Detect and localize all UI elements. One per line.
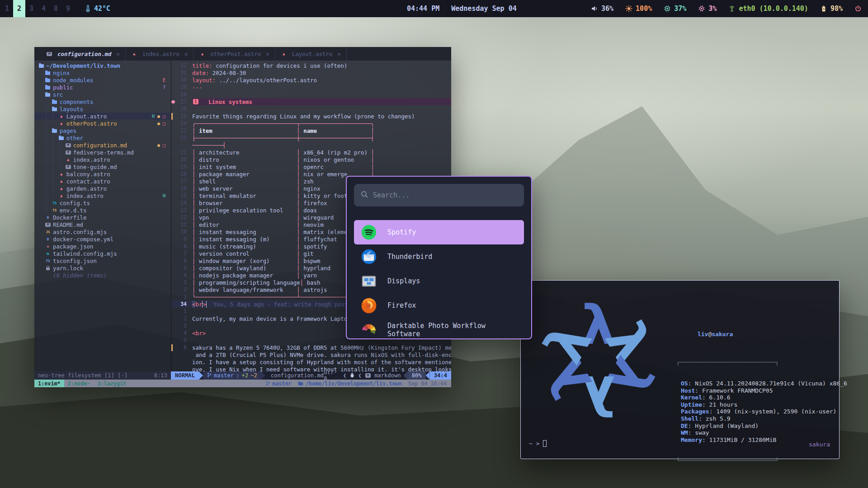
launcher-item-Firefox[interactable]: Firefox: [354, 293, 524, 318]
tab-close-icon[interactable]: ×: [337, 51, 340, 57]
tree-item-index.astro[interactable]: │ └ ▲index.astroH: [34, 192, 171, 199]
buffer-line[interactable]: 23│ item │ name │: [171, 127, 451, 134]
buffer-line[interactable]: 32title: configuration for devices i use…: [171, 62, 451, 69]
buffer-line[interactable]: 21│ architecture │ x86_64 (rip m2 pro) │: [171, 149, 451, 156]
heading-sign: [171, 100, 175, 103]
info-value: : sway: [688, 429, 709, 436]
buffer-line[interactable]: 29---: [171, 84, 451, 91]
launcher-item-Displays[interactable]: Displays: [354, 269, 524, 293]
buffer-line[interactable]: 24╭──────────────────────────────┬──────…: [171, 120, 451, 127]
search-input[interactable]: Search...: [354, 184, 524, 206]
tree-item-env.d.ts[interactable]: └ TSenv.d.ts: [34, 206, 171, 214]
buffer-line[interactable]: 20│ distro │ nixos or gentoo │: [171, 156, 451, 163]
buffer-line[interactable]: and a 2TB (Crucial P5 Plus) NVMe drive. …: [171, 351, 451, 358]
terminal-window[interactable]: λλλλλλ liv@sakura ┌─────────────────────…: [520, 280, 840, 459]
tree-item-docker-compose.yml[interactable]: Ddocker-compose.yml: [34, 235, 171, 243]
workspace-8[interactable]: 8: [50, 0, 62, 17]
buffer-line[interactable]: 28: [171, 91, 451, 98]
tree-item-tailwind.config.mjs[interactable]: ≈tailwind.config.mjs: [34, 250, 171, 257]
buffer-line[interactable]: 271 Linux systems: [171, 98, 451, 105]
tree-item-(6 hidden items)[interactable]: (6 hidden items): [34, 272, 171, 279]
buffer-line[interactable]: 30layout: ../../layouts/otherPost.astro: [171, 76, 451, 84]
tree-item-otherPost.astro[interactable]: │ └ ▲otherPost.astro●□: [34, 120, 171, 127]
buffer-line-text: ove. I use Nix when I need software with…: [192, 366, 451, 372]
diagnostic-badge: ?: [163, 85, 165, 90]
shell-prompt[interactable]: ~ >: [529, 440, 547, 447]
buffer-line[interactable]: 6sakura has a Ryzen 5 7640U, 32GB of DDR…: [171, 344, 451, 351]
tree-item-balcony.astro[interactable]: │ │ ▲balcony.astro: [34, 170, 171, 178]
gutter-sign: [171, 163, 175, 170]
tree-item-package.json[interactable]: npackage.json: [34, 243, 171, 250]
tree-item-node_modules[interactable]: node_modulesE: [34, 76, 171, 84]
info-value: : Framework FRANMDCP05: [695, 387, 773, 394]
workspace-4[interactable]: 4: [38, 0, 50, 17]
powerline-separator: [404, 371, 408, 380]
bar-module-brightness[interactable]: 100%: [625, 5, 652, 13]
tab-Layout.astro[interactable]: ▲Layout.astro×: [275, 47, 347, 61]
tree-item-config.ts[interactable]: │ TSconfig.ts: [34, 199, 171, 206]
buffer-line[interactable]: 22├──────────────────────────────┼──────…: [171, 134, 451, 141]
buffer-line[interactable]: ion. I have a setup consisting of Hyprla…: [171, 358, 451, 366]
tab-close-icon[interactable]: ×: [266, 51, 269, 57]
tree-item-layouts[interactable]: │ layouts: [34, 105, 171, 113]
tab-otherPost.astro[interactable]: ▲otherPost.astro×: [193, 47, 275, 61]
bar-module-volume[interactable]: 36%: [591, 5, 613, 13]
buffer-line[interactable]: 31date: 2024-08-30: [171, 69, 451, 76]
tree-item-index.astro[interactable]: │ │ │ ▲index.astro: [34, 156, 171, 163]
tree-item-Dockerfile[interactable]: DDockerfile: [34, 214, 171, 221]
tmux-window-2:node-[interactable]: 2:node-: [64, 380, 94, 387]
tree-item-src[interactable]: src: [34, 91, 171, 98]
tree-item-~/Development/liv.town[interactable]: ~/Development/liv.town: [34, 62, 171, 69]
folder-icon: [52, 99, 58, 104]
power-icon: [854, 5, 862, 12]
buffer-line[interactable]: ove. I use Nix when I need software with…: [171, 366, 451, 371]
tree-item-other[interactable]: │ │ other: [34, 134, 171, 141]
tree-item-astro.config.mjs[interactable]: JSastro.config.mjs: [34, 228, 171, 235]
tree-item-nginx[interactable]: nginx: [34, 69, 171, 76]
tree-item-tone-guide.md[interactable]: │ │ └ Mtone-guide.md: [34, 163, 171, 170]
markdown-icon: M: [365, 373, 371, 378]
workspace-3[interactable]: 3: [25, 0, 38, 17]
launcher-item-Spotify[interactable]: Spotify: [354, 220, 524, 244]
buffer-line[interactable]: 25Favorite things regarding Linux and my…: [171, 113, 451, 120]
tree-item-fediverse-terms.md[interactable]: │ │ │ Mfediverse-terms.md: [34, 149, 171, 156]
tree-item-garden.astro[interactable]: │ │ ▲garden.astro: [34, 185, 171, 192]
bar-module-gpu[interactable]: 3%: [698, 5, 717, 13]
astro-icon: ▲: [58, 171, 65, 177]
table-cell: terminal emulator: [195, 192, 297, 199]
tree-item-README.md[interactable]: MREADME.md: [34, 221, 171, 228]
bar-module-network[interactable]: eth0 (10.0.0.140): [728, 5, 808, 13]
tmux-window-3:lazygit[interactable]: 3:lazygit: [94, 380, 130, 387]
tree-item-configuration.md[interactable]: │ │ │ Mconfiguration.md●□: [34, 141, 171, 149]
bar-module-battery[interactable]: 98%: [820, 5, 843, 13]
buffer-line[interactable]: ─────────┤: [171, 141, 451, 149]
gutter-sign: [171, 243, 175, 250]
line-number: 15: [175, 192, 187, 199]
tree-item-tsconfig.json[interactable]: TStsconfig.json: [34, 257, 171, 264]
tab-configuration.md[interactable]: Mconfiguration.md×: [41, 47, 126, 61]
bar-module-cpu[interactable]: 37%: [664, 5, 686, 13]
tmux-window-1:nvim*[interactable]: 1:nvim*: [34, 380, 64, 387]
tab-index.astro[interactable]: ▲index.astro×: [126, 47, 194, 61]
tree-item-contact.astro[interactable]: │ │ ▲contact.astro: [34, 178, 171, 185]
tree-item-public[interactable]: public?: [34, 84, 171, 91]
markdown-icon: M: [65, 150, 71, 155]
gpu-icon: [698, 5, 705, 12]
tree-item-components[interactable]: │ components: [34, 98, 171, 105]
tree-item-pages[interactable]: │ pages: [34, 127, 171, 134]
tree-indent-guides: │ │ └: [38, 164, 65, 170]
bar-module-power[interactable]: [854, 5, 862, 12]
tree-item-Layout.astro[interactable]: │ │ ▲Layout.astroH●□: [34, 113, 171, 120]
workspace-2[interactable]: 2: [13, 0, 25, 17]
workspace-1[interactable]: 1: [1, 0, 13, 17]
tree-item-yarn.lock[interactable]: yarn.lock: [34, 264, 171, 272]
buffer-line[interactable]: 26: [171, 105, 451, 113]
table-cell: version control: [195, 250, 297, 257]
tab-close-icon[interactable]: ×: [184, 51, 188, 57]
buffer-line[interactable]: 19│ init system │ openrc │: [171, 163, 451, 170]
launcher-item-Darktable Photo Workflow Software[interactable]: Darktable Photo Workflow Software: [354, 318, 524, 339]
launcher-item-Thunderbird[interactable]: Thunderbird: [354, 244, 524, 269]
info-box-border: ┌───────────────────────────┐: [676, 359, 847, 366]
workspace-9[interactable]: 9: [62, 0, 74, 17]
tab-close-icon[interactable]: ×: [116, 51, 119, 57]
